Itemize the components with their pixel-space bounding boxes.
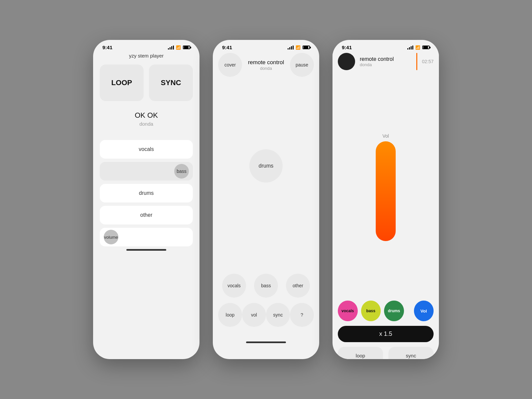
battery-icon-3 [422, 46, 430, 49]
cover-button[interactable]: cover [218, 53, 242, 77]
vol-bar[interactable] [376, 141, 396, 241]
home-indicator-2 [246, 341, 286, 343]
pause-button[interactable]: pause [290, 53, 314, 77]
loop-sync-row: LOOP SYNC [100, 65, 193, 101]
status-bar-2: 9:41 📶 [213, 40, 319, 53]
app-title: yzy stem player [129, 53, 164, 59]
p3-header: remote control donda 02:57 [332, 53, 439, 73]
vocals-btn-2[interactable]: vocals [222, 274, 246, 298]
stem-list: vocals bass drums other [100, 140, 193, 224]
signal-icon [168, 46, 174, 50]
bass-btn-2[interactable]: bass [254, 274, 278, 298]
time-3: 9:41 [342, 45, 352, 50]
status-bar-3: 9:41 📶 [332, 40, 439, 53]
status-icons-2: 📶 [288, 45, 310, 50]
loop-btn-2[interactable]: loop [218, 303, 242, 327]
phone-3: 9:41 📶 remote control donda 02:57 Vol [332, 40, 439, 359]
track-artist-1: donda [135, 121, 158, 127]
track-info-2: remote control donda [248, 59, 284, 71]
p2-header: cover remote control donda pause [218, 53, 314, 77]
phone2-content: cover remote control donda pause drums v… [213, 53, 319, 339]
phone-1: 9:41 📶 yzy stem player LOOP SYNC OK OK d… [93, 40, 200, 359]
bottom-row-3: loop sync [332, 347, 439, 359]
vis-area: Vol [332, 73, 439, 301]
wifi-icon-2: 📶 [296, 45, 301, 50]
drums-stem[interactable]: drums [100, 184, 193, 202]
time-2: 9:41 [222, 45, 232, 50]
volume-row[interactable]: volume [100, 228, 193, 246]
question-btn-2[interactable]: ? [290, 303, 314, 327]
speed-button[interactable]: x 1.5 [338, 326, 434, 342]
vol-bar-container: Vol [376, 133, 396, 241]
track-title-3: remote control [360, 56, 412, 62]
track-artist-2: donda [248, 66, 284, 71]
signal-icon-3 [407, 46, 413, 50]
album-art [338, 53, 355, 70]
battery-icon [183, 46, 190, 49]
signal-icon-2 [288, 46, 294, 50]
track-time: 02:57 [422, 59, 434, 64]
drums-circle[interactable]: drums [249, 149, 283, 183]
stem-row-1: vocals bass other [218, 274, 314, 298]
phone1-content: yzy stem player LOOP SYNC OK OK donda vo… [93, 53, 200, 246]
p2-bottom-grid: vocals bass other loop vol sync [213, 274, 319, 332]
other-btn-2[interactable]: other [286, 274, 310, 298]
vol-btn-2[interactable]: vol [242, 303, 266, 327]
status-icons-3: 📶 [407, 45, 430, 50]
time-1: 9:41 [102, 45, 112, 50]
wifi-icon-3: 📶 [415, 45, 420, 50]
phone3-content: Vol vocals bass drums Vol x 1.5 loop syn… [332, 73, 439, 359]
home-indicator-1 [126, 249, 166, 251]
sync-btn-3[interactable]: sync [388, 347, 434, 359]
track-title-2: remote control [248, 59, 284, 66]
bass-stem-3[interactable]: bass [361, 301, 381, 321]
sync-button[interactable]: SYNC [149, 65, 193, 101]
playhead-line [416, 53, 417, 70]
vol-button-3[interactable]: Vol [414, 301, 434, 321]
bass-badge: bass [174, 164, 189, 179]
phone-2: 9:41 📶 cover remote control donda pause … [213, 40, 319, 359]
bass-stem[interactable]: bass [100, 162, 193, 181]
battery-icon-2 [303, 46, 310, 49]
status-icons-1: 📶 [168, 45, 190, 50]
volume-badge: volume [104, 230, 118, 244]
wifi-icon: 📶 [176, 45, 181, 50]
track-title-1: OK OK [135, 111, 158, 120]
vocals-stem[interactable]: vocals [100, 140, 193, 159]
vol-bar-label: Vol [382, 133, 389, 139]
track-info-1: OK OK donda [135, 111, 158, 127]
other-stem[interactable]: other [100, 206, 193, 224]
track-info-3: remote control donda [360, 56, 412, 67]
vocals-stem-3[interactable]: vocals [338, 301, 358, 321]
drums-stem-3[interactable]: drums [384, 301, 404, 321]
status-bar-1: 9:41 📶 [93, 40, 200, 53]
loop-button[interactable]: LOOP [100, 65, 144, 101]
track-artist-3: donda [360, 62, 412, 67]
control-row-1: loop vol sync ? [218, 303, 314, 327]
sync-btn-2[interactable]: sync [266, 303, 290, 327]
stems-row-3: vocals bass drums Vol [332, 301, 439, 321]
loop-btn-3[interactable]: loop [338, 347, 383, 359]
